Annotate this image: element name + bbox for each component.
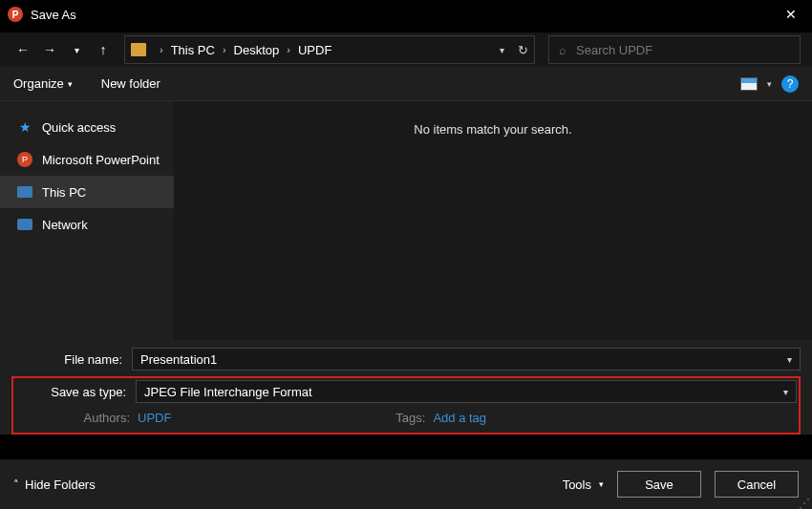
resize-grip[interactable]: ⋰ [799, 499, 810, 507]
sidebar-item-quick-access[interactable]: ★ Quick access [0, 111, 174, 143]
sidebar-item-this-pc[interactable]: This PC [0, 176, 174, 208]
breadcrumb-bar[interactable]: › This PC › Desktop › UPDF ▾ ↻ [124, 35, 535, 64]
toolbar: Organize ▾ New folder ▾ ? [0, 67, 812, 101]
save-type-value: JPEG File Interchange Format [144, 385, 312, 399]
filename-value: Presentation1 [140, 352, 217, 367]
organize-label: Organize [13, 76, 64, 91]
pc-icon [17, 184, 32, 200]
help-button[interactable]: ? [781, 75, 799, 93]
chevron-icon: › [217, 44, 232, 55]
search-placeholder: Search UPDF [576, 43, 652, 57]
footer: ˄ Hide Folders Tools ▾ Save Cancel [0, 459, 812, 509]
sidebar-item-network[interactable]: Network [0, 208, 174, 241]
chevron-down-icon: ▾ [599, 479, 604, 489]
breadcrumb-segment[interactable]: UPDF [296, 43, 333, 57]
folder-icon [131, 43, 146, 56]
body-area: ★ Quick access P Microsoft PowerPoint Th… [0, 101, 812, 340]
up-button[interactable]: ↑ [92, 38, 115, 61]
sidebar-item-label: Quick access [42, 120, 116, 135]
network-icon [17, 217, 32, 232]
organize-menu[interactable]: Organize ▾ [13, 76, 73, 91]
chevron-up-icon: ˄ [13, 478, 19, 491]
file-list-area: No items match your search. [174, 101, 812, 340]
sidebar-item-label: This PC [42, 185, 86, 200]
highlight-annotation: Save as type: JPEG File Interchange Form… [11, 376, 801, 435]
close-button[interactable]: ✕ [770, 0, 812, 29]
new-folder-button[interactable]: New folder [101, 76, 160, 91]
authors-label: Authors: [73, 411, 130, 425]
navigation-bar: ← → ▾ ↑ › This PC › Desktop › UPDF ▾ ↻ ⌕… [0, 32, 812, 67]
recent-dropdown[interactable]: ▾ [65, 38, 88, 61]
window-title: Save As [31, 8, 76, 22]
powerpoint-app-icon: P [8, 7, 23, 22]
filename-label: File name: [11, 352, 132, 367]
chevron-down-icon: ▾ [68, 79, 73, 89]
chevron-icon: › [154, 44, 169, 55]
chevron-down-icon: ▾ [783, 387, 788, 397]
hide-folders-label: Hide Folders [25, 477, 96, 492]
cancel-button[interactable]: Cancel [715, 471, 799, 498]
tags-label: Tags: [387, 411, 425, 425]
breadcrumb-segment[interactable]: This PC [169, 43, 217, 57]
chevron-down-icon[interactable]: ▾ [767, 79, 772, 89]
star-icon: ★ [17, 119, 32, 135]
tags-value[interactable]: Add a tag [433, 411, 486, 425]
powerpoint-icon: P [17, 152, 32, 167]
empty-message: No items match your search. [414, 122, 571, 340]
breadcrumb-segment[interactable]: Desktop [232, 43, 282, 57]
search-input[interactable]: ⌕ Search UPDF [548, 35, 801, 64]
save-type-select[interactable]: JPEG File Interchange Format ▾ [136, 380, 797, 403]
hide-folders-toggle[interactable]: ˄ Hide Folders [13, 477, 96, 492]
chevron-down-icon: ▾ [787, 354, 792, 365]
view-mode-icon[interactable] [740, 77, 758, 91]
sidebar: ★ Quick access P Microsoft PowerPoint Th… [0, 101, 174, 340]
tools-label: Tools [563, 477, 591, 492]
sidebar-item-powerpoint[interactable]: P Microsoft PowerPoint [0, 143, 174, 176]
sidebar-item-label: Network [42, 218, 88, 232]
search-icon: ⌕ [559, 43, 566, 57]
dropdown-icon[interactable]: ▾ [500, 45, 504, 55]
refresh-button[interactable]: ↻ [518, 43, 528, 57]
forward-button[interactable]: → [38, 38, 61, 61]
save-form: File name: Presentation1 ▾ Save as type:… [0, 340, 812, 435]
authors-value[interactable]: UPDF [138, 411, 171, 425]
back-button[interactable]: ← [11, 38, 34, 61]
titlebar: P Save As ✕ [0, 0, 812, 29]
chevron-icon: › [281, 44, 296, 55]
tools-menu[interactable]: Tools ▾ [563, 477, 604, 492]
filename-input[interactable]: Presentation1 ▾ [132, 348, 801, 371]
save-button[interactable]: Save [617, 471, 701, 498]
save-type-label: Save as type: [15, 385, 136, 399]
sidebar-item-label: Microsoft PowerPoint [42, 153, 160, 167]
